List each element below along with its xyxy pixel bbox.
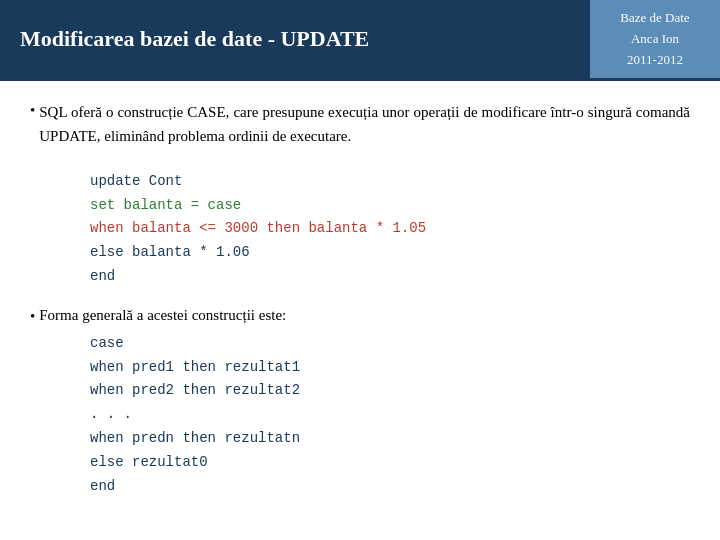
code-block-1: update Cont set balanta = case when bala… — [90, 170, 690, 289]
header-info: Baze de Date Anca Ion 2011-2012 — [590, 0, 720, 78]
main-content: • SQL oferă o construcție CASE, care pre… — [0, 81, 720, 536]
code1-line5: end — [90, 265, 690, 289]
code2-line6: else rezultat0 — [90, 451, 690, 475]
code1-line3: when balanta <= 3000 then balanta * 1.05 — [90, 217, 690, 241]
code1-line2: set balanta = case — [90, 194, 690, 218]
info-line2: Anca Ion — [631, 29, 679, 50]
code2-line3: when pred2 then rezultat2 — [90, 379, 690, 403]
code2-line7: end — [90, 475, 690, 499]
bullet2-row: • Forma generală a acestei construcții e… — [30, 307, 690, 328]
header-title-area: Modificarea bazei de date - UPDATE — [0, 0, 590, 78]
code2-line1: case — [90, 332, 690, 356]
bullet1-symbol: • — [30, 102, 35, 119]
code1-line4: else balanta * 1.06 — [90, 241, 690, 265]
code2-line5: when predn then rezultatn — [90, 427, 690, 451]
code1-line1: update Cont — [90, 170, 690, 194]
slide: Modificarea bazei de date - UPDATE Baze … — [0, 0, 720, 540]
info-line3: 2011-2012 — [627, 50, 683, 71]
header: Modificarea bazei de date - UPDATE Baze … — [0, 0, 720, 78]
code-block-2: case when pred1 then rezultat1 when pred… — [90, 332, 690, 499]
code2-line4: . . . — [90, 403, 690, 427]
bullet1-text: SQL oferă o construcție CASE, care presu… — [39, 101, 690, 148]
info-line1: Baze de Date — [620, 8, 689, 29]
bullet2-symbol: • — [30, 308, 35, 325]
code2-line2: when pred1 then rezultat1 — [90, 356, 690, 380]
bullet1-row: • SQL oferă o construcție CASE, care pre… — [30, 101, 690, 166]
bullet2-text: Forma generală a acestei construcții est… — [39, 307, 286, 324]
page-title: Modificarea bazei de date - UPDATE — [20, 26, 369, 52]
